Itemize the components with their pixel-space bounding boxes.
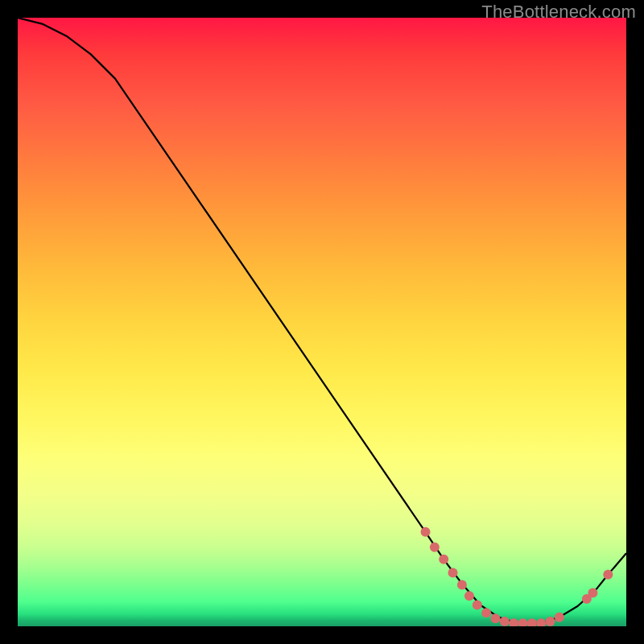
data-marker bbox=[527, 618, 537, 626]
curve-line bbox=[18, 18, 626, 623]
data-marker bbox=[500, 617, 510, 626]
data-marker bbox=[481, 608, 491, 617]
data-marker bbox=[546, 617, 555, 626]
marker-group bbox=[421, 527, 613, 626]
data-marker bbox=[464, 591, 474, 601]
data-marker bbox=[603, 570, 613, 580]
watermark-text: TheBottleneck.com bbox=[481, 2, 636, 23]
data-marker bbox=[518, 618, 527, 626]
data-marker bbox=[555, 613, 564, 622]
data-marker bbox=[536, 618, 546, 626]
data-marker bbox=[430, 543, 440, 552]
data-marker bbox=[588, 588, 597, 597]
data-marker bbox=[439, 555, 448, 564]
plot-svg bbox=[18, 18, 626, 626]
chart-frame: TheBottleneck.com bbox=[0, 0, 644, 644]
plot-area bbox=[18, 18, 626, 626]
data-marker bbox=[473, 601, 482, 610]
data-marker bbox=[421, 527, 431, 537]
data-marker bbox=[448, 568, 458, 577]
data-marker bbox=[490, 613, 500, 623]
data-marker bbox=[509, 618, 518, 626]
data-marker bbox=[457, 580, 467, 590]
